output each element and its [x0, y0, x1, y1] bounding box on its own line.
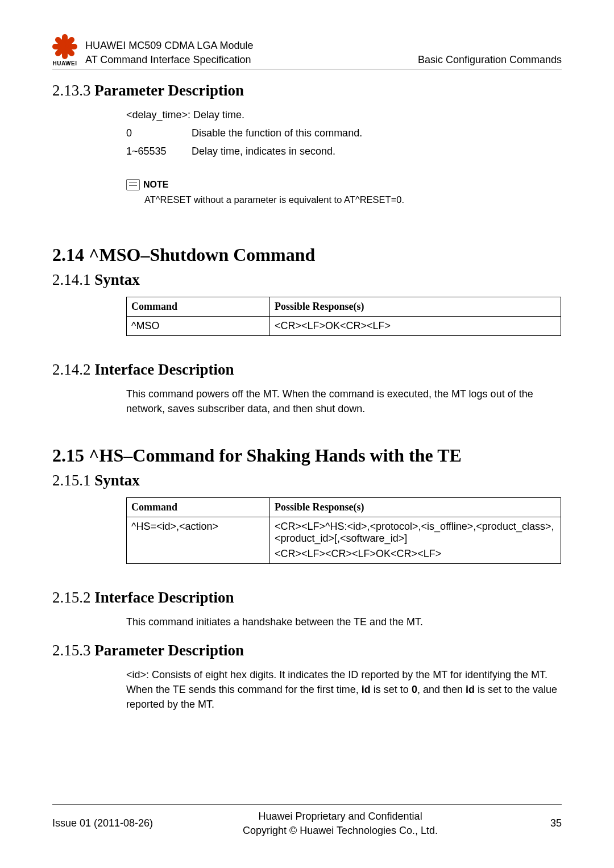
heading-text: Parameter Description: [94, 642, 244, 659]
page-header: HUAWEI HUAWEI MC509 CDMA LGA Module AT C…: [52, 34, 562, 69]
heading-num: 2.14.2: [52, 361, 91, 378]
section-2-15-3-body: <id>: Consists of eight hex digits. It i…: [126, 667, 562, 712]
heading-2-15-3: 2.15.3 Parameter Description: [52, 642, 562, 659]
td-response: <CR><LF>^HS:<id>,<protocol>,<is_offline>…: [270, 517, 561, 563]
heading-2-14-2: 2.14.2 Interface Description: [52, 361, 562, 379]
section-2-13-3-body: <delay_time>: Delay time. 0 Disable the …: [126, 107, 562, 207]
doc-title-line1: HUAWEI MC509 CDMA LGA Module: [85, 39, 418, 52]
footer-issue: Issue 01 (2011-08-26): [52, 817, 153, 829]
heading-text: Parameter Description: [94, 82, 244, 99]
footer-center: Huawei Proprietary and Confidential Copy…: [153, 809, 528, 837]
resp-line-2: <CR><LF><CR><LF>OK<CR><LF>: [275, 548, 556, 560]
note-label: NOTE: [143, 178, 168, 191]
heading-2-14: 2.14 ^MSO–Shutdown Command: [52, 244, 562, 265]
heading-num: 2.15.1: [52, 472, 91, 489]
heading-num: 2.14.1: [52, 271, 91, 288]
footer-page-number: 35: [528, 817, 562, 829]
heading-num: 2.15.2: [52, 589, 91, 606]
heading-2-15-2: 2.15.2 Interface Description: [52, 589, 562, 607]
section-2-14-2-body: This command powers off the MT. When the…: [126, 387, 562, 416]
page-footer: Issue 01 (2011-08-26) Huawei Proprietary…: [52, 804, 562, 837]
page: HUAWEI HUAWEI MC509 CDMA LGA Module AT C…: [0, 0, 614, 868]
param-val: Disable the function of this command.: [192, 126, 362, 140]
heading-text: Syntax: [94, 472, 140, 489]
id-bold-2: 0: [412, 684, 417, 695]
heading-2-13-3: 2.13.3 Parameter Description: [52, 82, 562, 99]
id-desc-mid1: is set to: [371, 684, 412, 695]
id-bold-1: id: [362, 684, 371, 695]
resp-line-1: <CR><LF>^HS:<id>,<protocol>,<is_offline>…: [275, 521, 556, 545]
footer-copyright: Copyright © Huawei Technologies Co., Ltd…: [153, 824, 528, 837]
td-response: <CR><LF>OK<CR><LF>: [270, 317, 561, 336]
param-row-0: 0 Disable the function of this command.: [126, 126, 562, 140]
delay-time-line: <delay_time>: Delay time.: [126, 107, 562, 122]
heading-text: Syntax: [94, 271, 140, 288]
th-command: Command: [127, 497, 270, 517]
id-bold-3: id: [466, 684, 475, 695]
huawei-logo: HUAWEI: [52, 34, 77, 67]
header-titles: HUAWEI MC509 CDMA LGA Module AT Command …: [85, 39, 418, 67]
footer-confidential: Huawei Proprietary and Confidential: [153, 809, 528, 823]
section-2-15-2-body: This command initiates a handshake betwe…: [126, 614, 562, 629]
syntax-table-mso: Command Possible Response(s) ^MSO <CR><L…: [126, 297, 561, 336]
th-response: Possible Response(s): [270, 297, 561, 317]
table-row: Command Possible Response(s): [127, 497, 561, 517]
td-command: ^HS=<id>,<action>: [127, 517, 270, 563]
note-text: AT^RESET without a parameter is equivale…: [144, 193, 562, 207]
doc-title-line2: AT Command Interface Specification: [85, 53, 418, 67]
huawei-logo-text: HUAWEI: [53, 60, 77, 67]
table-row: ^HS=<id>,<action> <CR><LF>^HS:<id>,<prot…: [127, 517, 561, 563]
heading-num: 2.13.3: [52, 82, 91, 99]
heading-text: Interface Description: [94, 361, 234, 378]
heading-2-15-1: 2.15.1 Syntax: [52, 472, 562, 489]
note-header: NOTE: [126, 178, 562, 191]
table-row: Command Possible Response(s): [127, 297, 561, 317]
th-command: Command: [127, 297, 270, 317]
syntax-table-hs: Command Possible Response(s) ^HS=<id>,<a…: [126, 497, 561, 564]
td-command: ^MSO: [127, 317, 270, 336]
th-response: Possible Response(s): [270, 497, 561, 517]
param-key: 0: [126, 126, 192, 140]
param-key: 1~65535: [126, 144, 192, 159]
heading-text: Interface Description: [94, 589, 234, 606]
heading-num: 2.15.3: [52, 642, 91, 659]
header-chapter: Basic Configuration Commands: [418, 54, 562, 67]
note-icon: [126, 179, 140, 190]
param-row-1: 1~65535 Delay time, indicates in second.: [126, 144, 562, 159]
heading-2-15: 2.15 ^HS–Command for Shaking Hands with …: [52, 445, 562, 466]
heading-2-14-1: 2.14.1 Syntax: [52, 271, 562, 289]
param-val: Delay time, indicates in second.: [192, 144, 335, 159]
huawei-logo-icon: [52, 34, 77, 59]
id-desc-mid2: , and then: [417, 684, 466, 695]
table-row: ^MSO <CR><LF>OK<CR><LF>: [127, 317, 561, 336]
